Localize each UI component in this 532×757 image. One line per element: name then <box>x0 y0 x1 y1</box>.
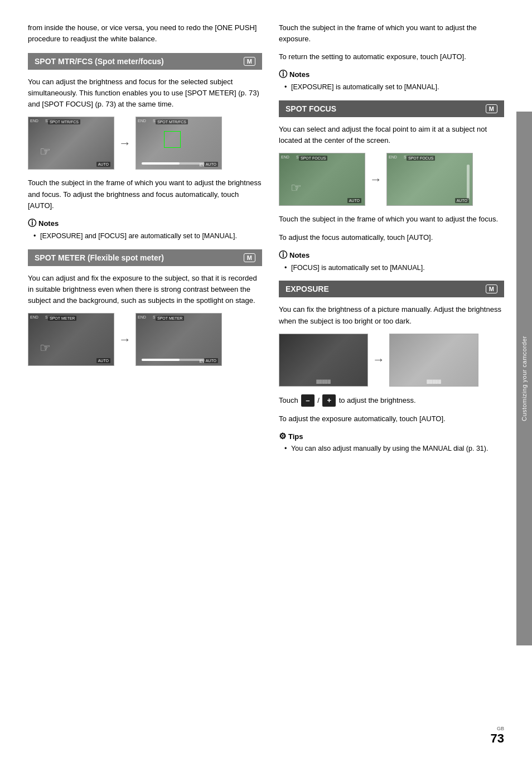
left-column: from inside the house, or vice versa, yo… <box>28 22 262 735</box>
hand-icon: ☞ <box>40 144 51 159</box>
cam-auto-sf2: AUTO <box>455 198 469 203</box>
spot-mtr-fcs-images: END STBY SPOT MTR/FCS ☞ AUTO → END STBY … <box>28 117 262 170</box>
exposure-image-before: ▓▓▓▓▓ <box>279 334 368 387</box>
spot-mtr-fcs-body: You can adjust the brightness and focus … <box>28 76 262 110</box>
cam-slider <box>142 162 205 165</box>
cam-end-label2: END <box>138 119 146 123</box>
spot-meter-header: SPOT METER (Flexible spot meter) M <box>28 249 262 266</box>
spot-mtr-fcs-image-after: END STBY SPOT MTR/FCS EV AUTO <box>136 117 222 170</box>
page-number: 73 <box>491 731 504 746</box>
cam-end-sf2: END <box>389 155 397 159</box>
spot-focus-images: END STBY SPOT FOCUS ☞ AUTO → END STBY SP… <box>279 153 504 206</box>
arrow-icon: → <box>119 136 131 151</box>
spot-meter-badge: M <box>244 253 255 262</box>
cam-auto-sf1: AUTO <box>347 198 361 203</box>
spot-meter-image-after: END STBY SPOT METER EV AUTO <box>136 313 222 366</box>
right-column: Touch the subject in the frame of which … <box>279 22 504 735</box>
tips-list: You can also adjust manually by using th… <box>279 443 504 454</box>
cam-end-sm1: END <box>30 315 38 319</box>
right-touch-text2: To return the setting to automatic expos… <box>279 51 504 62</box>
spot-focus-image-before: END STBY SPOT FOCUS ☞ AUTO <box>279 153 365 206</box>
spot-focus-notes: ⓘ Notes [FOCUS] is automatically set to … <box>279 250 504 273</box>
right-notes-list: [EXPOSURE] is automatically set to [MANU… <box>279 82 504 93</box>
arrow-icon-sf: → <box>370 172 382 187</box>
cam-end-sf1: END <box>281 155 289 159</box>
page: from inside the house, or vice versa, yo… <box>0 0 532 757</box>
exp-dark-label: ▓▓▓▓▓ <box>316 379 331 383</box>
sf-note-item: [FOCUS] is automatically set to [MANUAL]… <box>284 263 504 273</box>
exp-light-label: ▓▓▓▓▓ <box>427 379 441 383</box>
spot-focus-header: SPOT FOCUS M <box>279 100 504 117</box>
spot-label2: SPOT MTR/FCS <box>156 119 188 124</box>
minus-button: – <box>301 394 314 407</box>
arrow-icon-sm: → <box>119 332 131 347</box>
spot-meter-title: SPOT METER (Flexible spot meter) <box>35 253 164 262</box>
tips-icon: ⚙ <box>279 431 286 441</box>
notes-list: [EXPOSURE] and [FOCUS] are automatically… <box>28 231 262 242</box>
notes-icon: ⓘ <box>28 218 36 229</box>
note-item: [EXPOSURE] and [FOCUS] are automatically… <box>33 231 262 242</box>
spot-mtr-fcs-header: SPOT MTR/FCS (Spot meter/focus) M <box>28 53 262 70</box>
touch-word: Touch <box>279 396 298 404</box>
hand-icon-sm: ☞ <box>40 341 51 355</box>
right-touch-text1: Touch the subject in the frame of which … <box>279 22 504 45</box>
tips-section: ⚙ Tips You can also adjust manually by u… <box>279 431 504 454</box>
arrow-icon-exp: → <box>373 353 385 367</box>
spot-focus-touch1: Touch the subject in the frame of which … <box>279 214 504 225</box>
focus-box <box>164 131 181 148</box>
cam-auto-sm2: AUTO <box>204 358 218 363</box>
spot-focus-image-after: END STBY SPOT FOCUS AUTO <box>386 153 473 206</box>
spot-meter-label2: SPOT METER <box>156 316 184 321</box>
spot-mtr-fcs-badge: M <box>244 57 255 66</box>
spot-focus-label: SPOT FOCUS <box>299 156 327 161</box>
right-note-item: [EXPOSURE] is automatically set to [MANU… <box>284 82 504 93</box>
spot-focus-title: SPOT FOCUS <box>286 104 336 113</box>
cam-auto-sm1: AUTO <box>96 358 110 363</box>
tips-title: ⚙ Tips <box>279 431 504 441</box>
exposure-badge: M <box>486 285 497 293</box>
spot-mtr-fcs-notes: ⓘ Notes [EXPOSURE] and [FOCUS] are autom… <box>28 218 262 242</box>
exposure-title: EXPOSURE <box>286 285 329 293</box>
intro-text: from inside the house, or vice versa, yo… <box>28 22 262 44</box>
page-number-area: GB 73 <box>491 726 504 746</box>
spot-mtr-fcs-title: SPOT MTR/FCS (Spot meter/focus) <box>35 57 164 66</box>
notes-icon-sf: ⓘ <box>279 250 287 261</box>
exposure-touch-text: Touch – / + to adjust the brightness. <box>279 394 504 407</box>
spot-focus-label2: SPOT FOCUS <box>407 156 435 161</box>
sidebar-tab: Customizing your camcorder <box>516 112 532 645</box>
focus-bar <box>467 165 470 200</box>
spot-focus-badge: M <box>486 104 497 113</box>
slash-text: / <box>317 396 320 404</box>
right-notes: ⓘ Notes [EXPOSURE] is automatically set … <box>279 69 504 93</box>
spot-meter-image-before: END STBY SPOT METER ☞ AUTO <box>28 313 114 366</box>
cam-end-sm2: END <box>138 315 146 319</box>
tip-item: You can also adjust manually by using th… <box>284 443 504 454</box>
notes-title: ⓘ Notes <box>28 218 262 229</box>
exposure-image-after: ▓▓▓▓▓ <box>389 334 478 387</box>
spot-focus-touch2: To adjust the focus automatically, touch… <box>279 232 504 243</box>
sf-notes-title: ⓘ Notes <box>279 250 504 261</box>
spot-meter-images: END STBY SPOT METER ☞ AUTO → END STBY SP… <box>28 313 262 366</box>
sidebar-label: Customizing your camcorder <box>521 336 528 421</box>
touch-text2: to adjust the brightness. <box>339 396 416 404</box>
sf-notes-list: [FOCUS] is automatically set to [MANUAL]… <box>279 263 504 273</box>
exposure-body: You can fix the brightness of a picture … <box>279 304 504 326</box>
right-notes-title: ⓘ Notes <box>279 69 504 80</box>
cam-end-label: END <box>30 119 38 123</box>
spot-meter-body: You can adjust and fix the exposure to t… <box>28 273 262 306</box>
spot-mtr-fcs-touch: Touch the subject in the frame of which … <box>28 177 262 211</box>
cam-auto-label3: AUTO <box>204 162 218 167</box>
cam-slider-sm <box>142 359 205 361</box>
spot-mtr-fcs-image-before: END STBY SPOT MTR/FCS ☞ AUTO <box>28 117 114 170</box>
spot-label: SPOT MTR/FCS <box>48 119 80 124</box>
hand-icon-sf: ☞ <box>291 181 302 195</box>
exposure-auto-text: To adjust the exposure automatically, to… <box>279 413 504 425</box>
cam-auto-label: AUTO <box>96 162 110 167</box>
notes-icon-right: ⓘ <box>279 69 287 80</box>
spot-meter-label: SPOT METER <box>48 316 76 321</box>
plus-button: + <box>322 394 336 407</box>
spot-focus-body: You can select and adjust the focal poin… <box>279 124 504 146</box>
exposure-header: EXPOSURE M <box>279 281 504 297</box>
exposure-images: ▓▓▓▓▓ → ▓▓▓▓▓ <box>279 334 504 387</box>
gb-label: GB <box>497 726 504 731</box>
